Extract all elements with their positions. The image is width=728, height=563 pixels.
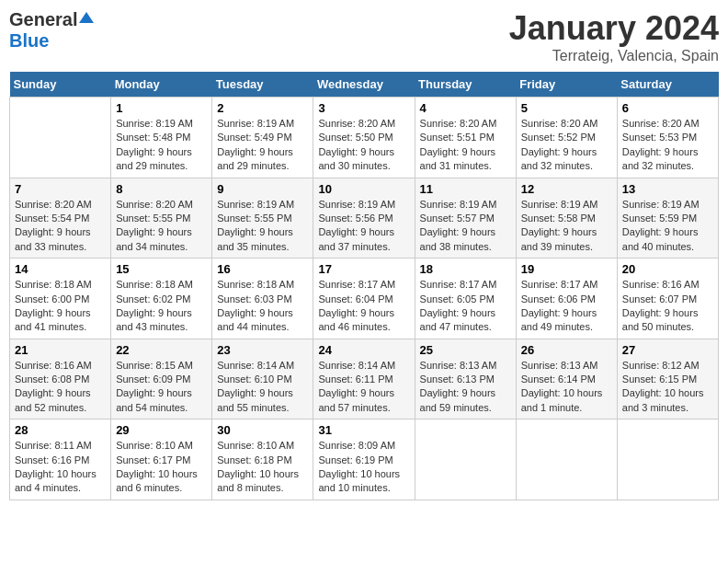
- calendar-cell: 16Sunrise: 8:18 AM Sunset: 6:03 PM Dayli…: [212, 259, 313, 339]
- day-number: 5: [521, 101, 612, 115]
- calendar-table: SundayMondayTuesdayWednesdayThursdayFrid…: [9, 72, 719, 500]
- day-number: 31: [318, 423, 409, 437]
- day-number: 19: [521, 262, 612, 276]
- day-info: Sunrise: 8:18 AM Sunset: 6:02 PM Dayligh…: [116, 278, 207, 335]
- calendar-cell: 10Sunrise: 8:19 AM Sunset: 5:56 PM Dayli…: [313, 178, 415, 259]
- day-info: Sunrise: 8:20 AM Sunset: 5:51 PM Dayligh…: [420, 117, 511, 174]
- day-number: 20: [622, 262, 713, 276]
- weekday-header-thursday: Thursday: [415, 72, 516, 98]
- calendar-cell: 30Sunrise: 8:10 AM Sunset: 6:18 PM Dayli…: [212, 419, 313, 500]
- week-row-1: 1Sunrise: 8:19 AM Sunset: 5:48 PM Daylig…: [10, 98, 719, 178]
- title-section: January 2024 Terrateig, Valencia, Spain: [509, 9, 719, 64]
- day-number: 12: [521, 182, 612, 196]
- day-info: Sunrise: 8:11 AM Sunset: 6:16 PM Dayligh…: [15, 439, 106, 496]
- day-number: 25: [420, 343, 511, 357]
- day-info: Sunrise: 8:14 AM Sunset: 6:10 PM Dayligh…: [217, 359, 308, 416]
- day-info: Sunrise: 8:19 AM Sunset: 5:48 PM Dayligh…: [116, 117, 207, 174]
- day-info: Sunrise: 8:09 AM Sunset: 6:19 PM Dayligh…: [318, 439, 409, 496]
- day-number: 23: [217, 343, 308, 357]
- day-info: Sunrise: 8:19 AM Sunset: 5:57 PM Dayligh…: [420, 198, 511, 255]
- day-info: Sunrise: 8:18 AM Sunset: 6:00 PM Dayligh…: [15, 278, 106, 335]
- day-info: Sunrise: 8:13 AM Sunset: 6:13 PM Dayligh…: [420, 359, 511, 416]
- calendar-cell: [10, 98, 111, 178]
- day-number: 13: [622, 182, 713, 196]
- calendar-cell: 26Sunrise: 8:13 AM Sunset: 6:14 PM Dayli…: [516, 339, 617, 419]
- calendar-cell: [415, 419, 516, 500]
- calendar-cell: 29Sunrise: 8:10 AM Sunset: 6:17 PM Dayli…: [111, 419, 212, 500]
- day-number: 16: [217, 262, 308, 276]
- calendar-cell: 5Sunrise: 8:20 AM Sunset: 5:52 PM Daylig…: [516, 98, 617, 178]
- day-info: Sunrise: 8:10 AM Sunset: 6:18 PM Dayligh…: [217, 439, 308, 496]
- calendar-cell: 22Sunrise: 8:15 AM Sunset: 6:09 PM Dayli…: [111, 339, 212, 419]
- calendar-cell: 13Sunrise: 8:19 AM Sunset: 5:59 PM Dayli…: [617, 178, 718, 259]
- day-info: Sunrise: 8:19 AM Sunset: 5:49 PM Dayligh…: [217, 117, 308, 174]
- week-row-4: 21Sunrise: 8:16 AM Sunset: 6:08 PM Dayli…: [10, 339, 719, 419]
- day-info: Sunrise: 8:18 AM Sunset: 6:03 PM Dayligh…: [217, 278, 308, 335]
- calendar-cell: 19Sunrise: 8:17 AM Sunset: 6:06 PM Dayli…: [516, 259, 617, 339]
- day-info: Sunrise: 8:16 AM Sunset: 6:08 PM Dayligh…: [15, 359, 106, 416]
- day-info: Sunrise: 8:20 AM Sunset: 5:50 PM Dayligh…: [318, 117, 409, 174]
- day-info: Sunrise: 8:19 AM Sunset: 5:59 PM Dayligh…: [622, 198, 713, 255]
- calendar-cell: [516, 419, 617, 500]
- calendar-cell: 4Sunrise: 8:20 AM Sunset: 5:51 PM Daylig…: [415, 98, 516, 178]
- calendar-cell: 28Sunrise: 8:11 AM Sunset: 6:16 PM Dayli…: [10, 419, 111, 500]
- day-number: 27: [622, 343, 713, 357]
- weekday-header-friday: Friday: [516, 72, 617, 98]
- calendar-cell: 7Sunrise: 8:20 AM Sunset: 5:54 PM Daylig…: [10, 178, 111, 259]
- day-number: 30: [217, 423, 308, 437]
- day-info: Sunrise: 8:13 AM Sunset: 6:14 PM Dayligh…: [521, 359, 612, 416]
- weekday-header-saturday: Saturday: [617, 72, 718, 98]
- day-number: 9: [217, 182, 308, 196]
- logo: General Blue: [9, 9, 94, 52]
- day-info: Sunrise: 8:19 AM Sunset: 5:55 PM Dayligh…: [217, 198, 308, 255]
- day-number: 8: [116, 182, 207, 196]
- week-row-2: 7Sunrise: 8:20 AM Sunset: 5:54 PM Daylig…: [10, 178, 719, 259]
- location-text: Terrateig, Valencia, Spain: [509, 48, 719, 64]
- day-info: Sunrise: 8:17 AM Sunset: 6:06 PM Dayligh…: [521, 278, 612, 335]
- day-number: 26: [521, 343, 612, 357]
- month-title: January 2024: [509, 9, 719, 48]
- day-number: 24: [318, 343, 409, 357]
- day-info: Sunrise: 8:12 AM Sunset: 6:15 PM Dayligh…: [622, 359, 713, 416]
- calendar-cell: [617, 419, 718, 500]
- day-info: Sunrise: 8:14 AM Sunset: 6:11 PM Dayligh…: [318, 359, 409, 416]
- calendar-cell: 25Sunrise: 8:13 AM Sunset: 6:13 PM Dayli…: [415, 339, 516, 419]
- calendar-cell: 24Sunrise: 8:14 AM Sunset: 6:11 PM Dayli…: [313, 339, 415, 419]
- day-info: Sunrise: 8:20 AM Sunset: 5:54 PM Dayligh…: [15, 198, 106, 255]
- calendar-cell: 20Sunrise: 8:16 AM Sunset: 6:07 PM Dayli…: [617, 259, 718, 339]
- calendar-cell: 12Sunrise: 8:19 AM Sunset: 5:58 PM Dayli…: [516, 178, 617, 259]
- day-number: 18: [420, 262, 511, 276]
- logo-general-text: General: [9, 9, 77, 30]
- day-number: 2: [217, 101, 308, 115]
- weekday-header-tuesday: Tuesday: [212, 72, 313, 98]
- day-number: 10: [318, 182, 409, 196]
- calendar-cell: 8Sunrise: 8:20 AM Sunset: 5:55 PM Daylig…: [111, 178, 212, 259]
- logo-blue-text: Blue: [9, 30, 49, 51]
- calendar-cell: 17Sunrise: 8:17 AM Sunset: 6:04 PM Dayli…: [313, 259, 415, 339]
- day-info: Sunrise: 8:20 AM Sunset: 5:53 PM Dayligh…: [622, 117, 713, 174]
- calendar-cell: 2Sunrise: 8:19 AM Sunset: 5:49 PM Daylig…: [212, 98, 313, 178]
- calendar-cell: 14Sunrise: 8:18 AM Sunset: 6:00 PM Dayli…: [10, 259, 111, 339]
- day-info: Sunrise: 8:10 AM Sunset: 6:17 PM Dayligh…: [116, 439, 207, 496]
- weekday-header-monday: Monday: [111, 72, 212, 98]
- day-info: Sunrise: 8:17 AM Sunset: 6:04 PM Dayligh…: [318, 278, 409, 335]
- calendar-cell: 27Sunrise: 8:12 AM Sunset: 6:15 PM Dayli…: [617, 339, 718, 419]
- day-number: 14: [15, 262, 106, 276]
- day-number: 11: [420, 182, 511, 196]
- day-info: Sunrise: 8:20 AM Sunset: 5:55 PM Dayligh…: [116, 198, 207, 255]
- day-info: Sunrise: 8:19 AM Sunset: 5:56 PM Dayligh…: [318, 198, 409, 255]
- weekday-header-sunday: Sunday: [10, 72, 111, 98]
- calendar-cell: 21Sunrise: 8:16 AM Sunset: 6:08 PM Dayli…: [10, 339, 111, 419]
- day-number: 21: [15, 343, 106, 357]
- day-number: 28: [15, 423, 106, 437]
- day-info: Sunrise: 8:16 AM Sunset: 6:07 PM Dayligh…: [622, 278, 713, 335]
- page-header: General Blue January 2024 Terrateig, Val…: [9, 9, 719, 64]
- day-info: Sunrise: 8:20 AM Sunset: 5:52 PM Dayligh…: [521, 117, 612, 174]
- calendar-cell: 6Sunrise: 8:20 AM Sunset: 5:53 PM Daylig…: [617, 98, 718, 178]
- week-row-3: 14Sunrise: 8:18 AM Sunset: 6:00 PM Dayli…: [10, 259, 719, 339]
- calendar-cell: 11Sunrise: 8:19 AM Sunset: 5:57 PM Dayli…: [415, 178, 516, 259]
- day-info: Sunrise: 8:19 AM Sunset: 5:58 PM Dayligh…: [521, 198, 612, 255]
- weekday-header-wednesday: Wednesday: [313, 72, 415, 98]
- day-number: 1: [116, 101, 207, 115]
- day-info: Sunrise: 8:17 AM Sunset: 6:05 PM Dayligh…: [420, 278, 511, 335]
